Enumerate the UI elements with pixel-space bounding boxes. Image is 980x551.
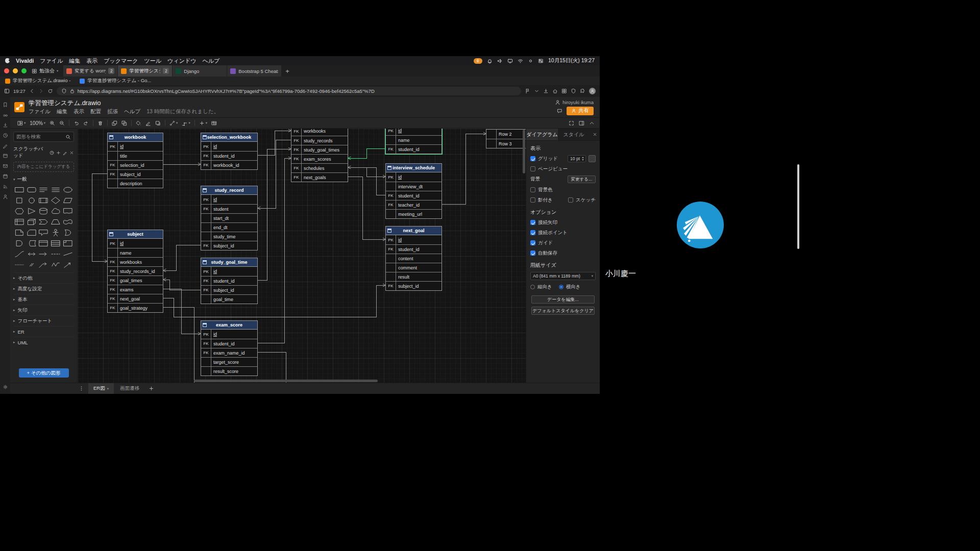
close-format-panel-button[interactable] <box>593 132 597 137</box>
browser-tab-3[interactable]: Django <box>173 65 227 77</box>
grid-checkbox[interactable] <box>530 156 535 161</box>
macos-menu-ヘルプ[interactable]: ヘルプ <box>202 57 219 65</box>
close-window-button[interactable] <box>4 68 9 73</box>
diagram-canvas[interactable]: workbookPKidtitleFKselection_idFKsubject… <box>78 129 526 383</box>
url-text[interactable]: https://app.diagrams.net/#G10bskOXrvsThn… <box>78 88 375 94</box>
er-table-student[interactable]: FKworkbooksFKstudy_recordsFKstudy_goal_t… <box>291 129 348 182</box>
canvas-vertical-scrollbar[interactable] <box>523 130 525 173</box>
address-field[interactable]: https://app.diagrams.net/#G10bskOXrvsThn… <box>57 87 521 95</box>
drawio-menu-拡張[interactable]: 拡張 <box>107 108 118 115</box>
waypoints-button[interactable]: ▾ <box>180 120 192 126</box>
display-icon[interactable] <box>507 58 513 64</box>
more-shapes-button[interactable]: + その他の図形 <box>19 368 69 378</box>
er-connector[interactable] <box>258 131 291 155</box>
er-table-selection_workbook[interactable]: selection_workbookPKidFKstudent_idFKwork… <box>201 133 258 170</box>
signed-in-user[interactable]: hiroyuki ikuma <box>555 99 594 105</box>
macos-menu-ウィンドウ[interactable]: ウィンドウ <box>167 57 196 65</box>
shape-internal-storage[interactable] <box>13 217 26 227</box>
er-row[interactable]: study_time <box>201 232 257 241</box>
er-row[interactable]: FKstudent_id <box>386 144 442 154</box>
shape-document[interactable] <box>62 206 74 216</box>
add-page-button[interactable] <box>149 386 154 391</box>
er-row[interactable]: goal_time <box>201 294 257 304</box>
download-tray-icon[interactable] <box>543 88 549 94</box>
er-connector[interactable] <box>92 173 107 261</box>
page-view-checkbox[interactable] <box>530 166 535 171</box>
shape-list[interactable] <box>50 238 62 248</box>
er-connector[interactable] <box>258 149 291 280</box>
er-row[interactable]: FKstudent_id <box>201 151 257 160</box>
er-row[interactable]: FKstudent <box>201 204 257 213</box>
edit-data-button[interactable]: データを編集... <box>531 295 595 304</box>
zoom-in-button[interactable] <box>47 120 57 126</box>
drawio-menu-配置[interactable]: 配置 <box>90 108 101 115</box>
plus-button[interactable]: ▾ <box>197 120 209 126</box>
canvas-horizontal-scrollbar[interactable] <box>194 380 378 382</box>
shape-cube[interactable] <box>26 217 38 227</box>
page-tab-transition[interactable]: 画面遷移 <box>115 383 144 394</box>
shape-curve[interactable] <box>13 249 26 259</box>
option-checkbox-1[interactable] <box>530 220 535 225</box>
shape-text[interactable] <box>38 185 50 194</box>
er-row[interactable]: result_score <box>201 366 257 375</box>
new-tab-button[interactable]: + <box>285 67 289 75</box>
er-row[interactable]: FKnext_goal <box>108 294 163 303</box>
grid-size-input[interactable]: 10 pt <box>568 155 586 162</box>
er-table-workbook[interactable]: workbookPKidtitleFKselection_idFKsubject… <box>107 133 163 188</box>
shape-or[interactable] <box>62 228 74 237</box>
change-background-button[interactable]: 変更する... <box>568 176 596 183</box>
er-row[interactable]: FKstudent_id <box>386 191 442 200</box>
panel-history-icon[interactable] <box>3 133 8 138</box>
shape-ellipse[interactable] <box>62 185 74 194</box>
page-tab-er[interactable]: ER図 ▾ <box>88 383 114 394</box>
connection-button[interactable]: ▾ <box>167 120 180 126</box>
shield-icon[interactable] <box>571 88 576 94</box>
format-panel-button[interactable] <box>579 120 584 126</box>
er-row[interactable]: PKid <box>386 235 442 244</box>
tab-diagram[interactable]: ダイアグラム <box>526 129 558 140</box>
pages-menu-button[interactable] <box>79 386 84 391</box>
option-checkbox-3[interactable] <box>530 240 535 245</box>
shape-tape[interactable] <box>62 217 74 227</box>
er-row[interactable]: result <box>386 272 442 281</box>
er-row[interactable]: name <box>108 248 163 257</box>
sidebar-section-高度な設定[interactable]: ▸高度な設定 <box>13 283 74 294</box>
shape-callout[interactable] <box>38 228 50 237</box>
apple-menu-icon[interactable] <box>5 58 10 63</box>
er-row[interactable]: PKid <box>108 142 163 151</box>
drawio-menu-ヘルプ[interactable]: ヘルプ <box>124 108 140 115</box>
er-row[interactable]: content <box>386 254 442 263</box>
option-checkbox-4[interactable] <box>530 251 535 256</box>
er-row[interactable]: PKid <box>201 267 257 276</box>
tiles-icon[interactable] <box>561 88 567 94</box>
macos-menu-表示[interactable]: 表示 <box>86 57 97 65</box>
shape-link[interactable] <box>26 260 38 269</box>
drawio-menu-ファイル[interactable]: ファイル <box>29 108 51 115</box>
control-center-icon[interactable] <box>538 58 544 64</box>
er-connector[interactable] <box>442 134 486 204</box>
er-row[interactable]: Row 3 <box>486 139 526 148</box>
shape-data-storage[interactable] <box>26 238 38 248</box>
panel-window-icon[interactable] <box>3 153 8 159</box>
er-row[interactable]: FKworkbooks <box>108 257 163 266</box>
shape-circle[interactable] <box>26 195 38 205</box>
scratchpad-plus-icon[interactable] <box>56 151 61 155</box>
view-grid-button[interactable]: ▾ <box>15 120 28 126</box>
shape-comic-arrow[interactable] <box>62 260 74 269</box>
chevron-down-icon[interactable] <box>534 88 540 94</box>
shape-cylinder[interactable] <box>38 206 50 216</box>
er-row[interactable]: end_dt <box>201 222 257 232</box>
sketch-checkbox[interactable] <box>568 197 573 203</box>
record-dot-icon[interactable] <box>528 58 533 64</box>
comments-button[interactable] <box>557 108 562 114</box>
er-row[interactable]: FKschedules <box>291 163 348 172</box>
er-row[interactable]: FKsubject_id <box>201 285 257 294</box>
table-button[interactable] <box>209 120 219 126</box>
notifications-icon[interactable] <box>487 58 493 64</box>
shape-hexagon[interactable] <box>13 206 26 216</box>
shape-diamond[interactable] <box>50 195 62 205</box>
reload-button[interactable] <box>47 88 53 94</box>
sidebar-section-ER[interactable]: ▸ER <box>13 326 74 337</box>
participant-tile[interactable]: 小川慶一 <box>600 168 800 281</box>
er-row[interactable]: FKselection_id <box>108 160 163 169</box>
